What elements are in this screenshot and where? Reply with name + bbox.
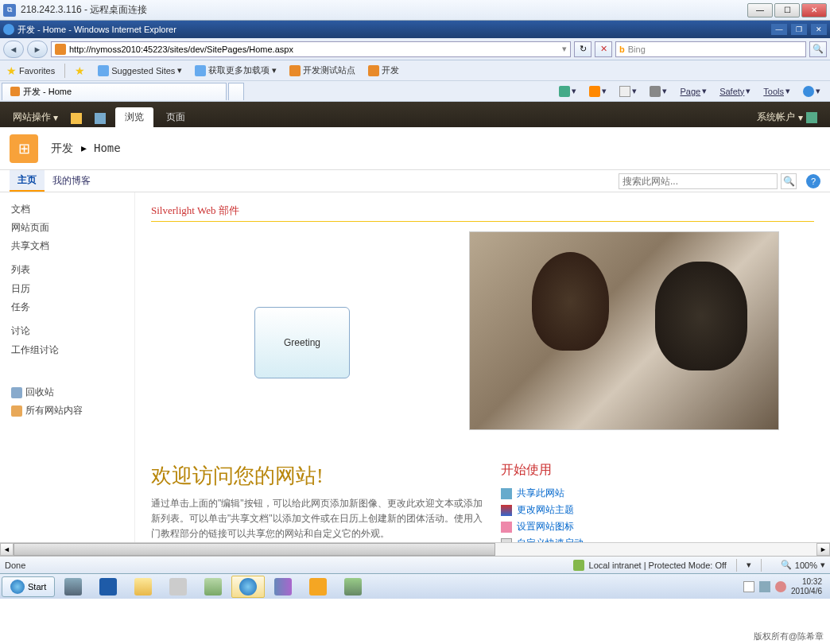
sp-icon xyxy=(368,65,379,76)
new-tab-button[interactable] xyxy=(228,83,244,100)
powershell-icon xyxy=(99,578,117,596)
nav-up-button[interactable] xyxy=(64,110,88,127)
clock[interactable]: 10:32 2010/4/6 xyxy=(791,577,822,596)
flag-icon[interactable] xyxy=(743,581,754,592)
feeds-button[interactable]: ▾ xyxy=(586,84,610,99)
site-logo[interactable]: ⊞ xyxy=(10,134,38,163)
refresh-button[interactable]: ↻ xyxy=(574,41,591,57)
gs-change-theme[interactable]: 更改网站主题 xyxy=(501,502,814,518)
vs-icon xyxy=(274,578,292,596)
favorites-button[interactable]: ★Favorites xyxy=(3,63,58,79)
ql-teamdiscussion[interactable]: 工作组讨论 xyxy=(11,341,123,359)
zone-text: Local intranet | Protected Mode: Off xyxy=(589,561,727,570)
home-button[interactable]: ▾ xyxy=(556,84,580,99)
safety-menu[interactable]: Safety ▾ xyxy=(716,84,754,99)
webpart-title: Silverlight Web 部件 xyxy=(151,204,814,222)
tb-powershell[interactable] xyxy=(91,576,125,598)
mail-button[interactable]: ▾ xyxy=(616,84,640,99)
breadcrumb-site[interactable]: 开发 xyxy=(51,142,73,154)
pm-dropdown[interactable]: ▾ xyxy=(747,560,751,570)
share-icon xyxy=(501,488,512,499)
site-actions-menu[interactable]: 网站操作 ▾ xyxy=(6,107,64,127)
fav-link-devtest[interactable]: 开发测试站点 xyxy=(286,63,359,78)
maximize-button[interactable]: ☐ xyxy=(774,3,800,17)
welcome-title: 欢迎访问您的网站! xyxy=(151,462,485,490)
close-button[interactable]: ✕ xyxy=(801,3,827,17)
zoom-control[interactable]: 🔍 100% ▾ xyxy=(781,560,825,570)
ie-icon xyxy=(3,24,14,35)
sp-help-button[interactable]: ? xyxy=(806,174,820,188)
tab-favicon-icon xyxy=(10,87,20,96)
minimize-button[interactable]: — xyxy=(747,3,773,17)
sp-search-button[interactable]: 🔍 xyxy=(781,173,797,189)
ribbon-tab-page[interactable]: 页面 xyxy=(157,107,195,127)
tb-ie[interactable] xyxy=(231,576,265,598)
ql-recyclebin[interactable]: 回收站 xyxy=(11,383,123,402)
network-icon[interactable] xyxy=(759,581,770,592)
back-button[interactable]: ◄ xyxy=(3,41,24,58)
address-bar[interactable]: ▾ xyxy=(51,41,571,57)
search-button[interactable]: 🔍 xyxy=(809,41,827,57)
ql-shareddocs[interactable]: 共享文档 xyxy=(11,237,123,255)
print-button[interactable]: ▾ xyxy=(646,84,670,99)
tb-server-manager[interactable] xyxy=(56,576,90,598)
tb-app2[interactable] xyxy=(336,576,370,598)
help-button[interactable]: ▾ xyxy=(800,84,824,99)
ql-calendar[interactable]: 日历 xyxy=(11,280,123,298)
add-favorite-button[interactable]: ★ xyxy=(72,63,88,79)
breadcrumb: 开发 ▸ Home xyxy=(46,142,126,156)
greeting-button[interactable]: Greeting xyxy=(254,307,350,378)
fav-link-addons[interactable]: 获取更多加载项 ▾ xyxy=(192,63,280,78)
sp-search-input[interactable] xyxy=(619,173,778,189)
account-menu[interactable]: 系统帐户 ▾ xyxy=(750,107,824,127)
gs-set-icon[interactable]: 设置网站图标 xyxy=(501,518,814,535)
watermark: 版权所有@陈希章 xyxy=(754,630,824,642)
gs-share-site[interactable]: 共享此网站 xyxy=(501,485,814,502)
scroll-left-button[interactable]: ◄ xyxy=(0,543,14,556)
scroll-thumb[interactable] xyxy=(14,543,495,556)
stop-button[interactable]: ✕ xyxy=(595,41,612,57)
forward-button[interactable]: ► xyxy=(27,41,48,58)
h-scrollbar[interactable]: ◄ ► xyxy=(0,542,830,556)
fav-link-dev[interactable]: 开发 xyxy=(365,63,402,78)
tools-menu[interactable]: Tools ▾ xyxy=(760,84,793,99)
start-button[interactable]: Start xyxy=(2,576,55,597)
ql-documents[interactable]: 文档 xyxy=(11,200,123,219)
page-menu[interactable]: Page ▾ xyxy=(677,84,710,99)
tb-vs[interactable] xyxy=(266,576,300,598)
ql-tasks[interactable]: 任务 xyxy=(11,298,123,316)
server-icon xyxy=(64,578,82,596)
topnav-home[interactable]: 主页 xyxy=(10,170,45,192)
topnav-blog[interactable]: 我的博客 xyxy=(45,171,99,191)
admin-icon xyxy=(204,578,222,596)
rdp-title: 218.242.3.116 - 远程桌面连接 xyxy=(21,3,746,17)
ie-minimize-button[interactable]: — xyxy=(771,24,787,35)
gs-customize-ql[interactable]: 自定义快速启动 xyxy=(501,535,814,542)
site-favicon-icon xyxy=(55,44,66,55)
ie-close-button[interactable]: ✕ xyxy=(811,24,827,35)
tb-admin[interactable] xyxy=(196,576,230,598)
sound-icon[interactable] xyxy=(775,581,786,592)
edit-button[interactable] xyxy=(88,110,112,127)
tb-explorer[interactable] xyxy=(126,576,160,598)
tab-bar: 开发 - Home ▾ ▾ ▾ ▾ Page ▾ Safety ▾ Tools … xyxy=(0,81,830,102)
tb-app1[interactable] xyxy=(301,576,335,598)
scroll-right-button[interactable]: ► xyxy=(816,543,830,556)
tools-icon xyxy=(169,578,187,596)
breadcrumb-page[interactable]: Home xyxy=(94,142,121,154)
tb-tools[interactable] xyxy=(161,576,195,598)
ribbon-tab-browse[interactable]: 浏览 xyxy=(115,107,153,127)
dropdown-icon[interactable]: ▾ xyxy=(562,44,567,54)
ql-allcontent[interactable]: 所有网站内容 xyxy=(11,402,123,420)
sp-body: 文档 网站页面 共享文档 列表 日历 任务 讨论 工作组讨论 回收站 所有网站内… xyxy=(0,192,830,542)
windows-orb-icon xyxy=(10,580,25,594)
browser-tab[interactable]: 开发 - Home xyxy=(2,83,227,100)
sp-title-area: ⊞ 开发 ▸ Home xyxy=(0,127,830,170)
ie-restore-button[interactable]: ❐ xyxy=(791,24,807,35)
ql-sitepages[interactable]: 网站页面 xyxy=(11,219,123,237)
sp-topnav: 主页 我的博客 🔍 ? xyxy=(0,170,830,192)
url-input[interactable] xyxy=(69,45,562,54)
search-box[interactable]: b Bing xyxy=(615,41,806,57)
fav-link-suggested[interactable]: Suggested Sites ▾ xyxy=(95,64,185,78)
ie-status-bar: Done Local intranet | Protected Mode: Of… xyxy=(0,556,830,573)
